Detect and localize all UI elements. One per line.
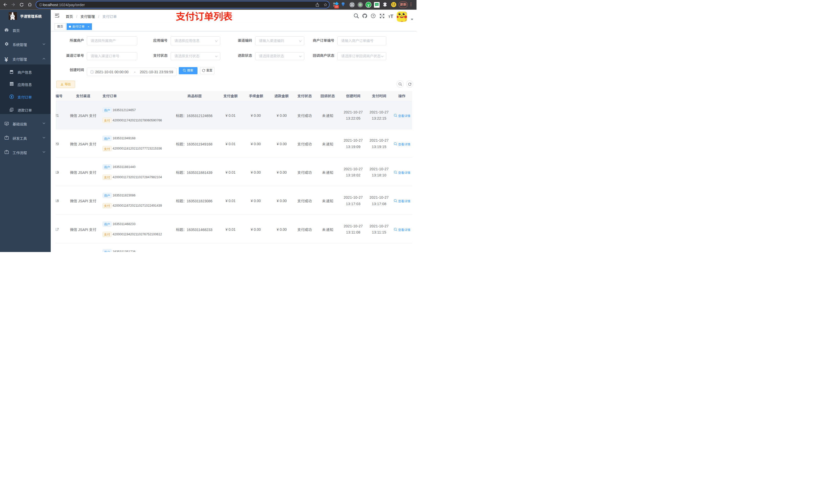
svg-text:?: ?	[373, 14, 374, 18]
svg-text:y: y	[367, 3, 370, 7]
